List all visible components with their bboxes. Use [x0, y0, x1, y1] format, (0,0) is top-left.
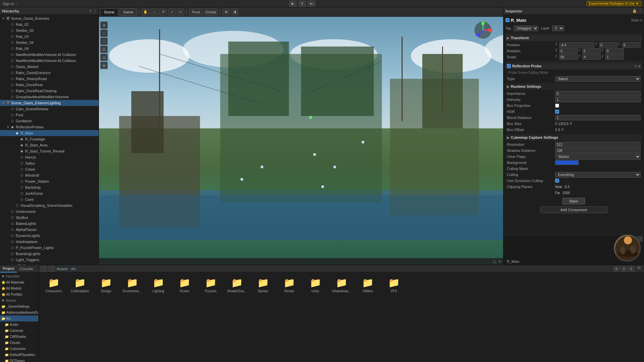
assets-tree-item-7[interactable]: 📁Cutscenes [0, 346, 38, 352]
bake-button[interactable]: Bake [562, 198, 585, 204]
sign-in-link[interactable]: Sign in [3, 2, 14, 6]
hierarchy-item-22[interactable]: ◉R_Start_Tunnel_Reveal [0, 148, 99, 154]
breadcrumb-art[interactable]: Art [71, 267, 76, 271]
scene-ctrl-btn-4[interactable]: ⊡ [100, 46, 108, 53]
layer-dropdown[interactable]: 0 [552, 25, 564, 31]
rotation-z-input[interactable] [605, 48, 624, 54]
hierarchy-item-26[interactable]: ⬡Windmill [0, 172, 99, 178]
favorites-item-2[interactable]: ⭐All Prefabs [0, 291, 38, 297]
global-btn[interactable]: Global [204, 9, 217, 15]
asset-folder-0[interactable]: 📁 Characters [42, 276, 65, 293]
use-occlusion-checkbox[interactable] [555, 179, 559, 183]
background-color[interactable] [555, 160, 579, 165]
cubemap-settings-header[interactable]: ▶ Cubemap Capture Settings [505, 134, 642, 141]
asset-folder-9[interactable]: 📁 Terrain [277, 276, 301, 293]
hierarchy-item-33[interactable]: ⬡SkyBox [0, 215, 99, 221]
type-dropdown[interactable]: Baked [555, 76, 641, 82]
inspector-active-checkbox[interactable] [505, 18, 509, 22]
reflection-probe-header[interactable]: Reflection Probe ✎ ⊕ [505, 63, 642, 69]
asset-folder-7[interactable]: 📁 ShaderGra... [225, 276, 249, 293]
pivot-btn[interactable]: Pivot [189, 9, 203, 15]
hierarchy-item-32[interactable]: ⬡Underscene [0, 208, 99, 215]
move-tool-btn[interactable]: ↔ [151, 9, 158, 15]
assets-tree-item-6[interactable]: 📁Clouds [0, 340, 38, 346]
clear-flags-dropdown[interactable]: Skybox [555, 154, 641, 160]
hierarchy-add-btn[interactable]: + [90, 9, 92, 13]
asset-folder-4[interactable]: 📁 Lighting [147, 276, 170, 293]
pause-button[interactable]: ⏸ [299, 1, 306, 7]
hierarchy-item-40[interactable]: ⬡Light_Triggers [0, 257, 99, 263]
game-tab[interactable]: Game [119, 8, 137, 16]
play-button[interactable]: ▶ [289, 1, 297, 7]
rotation-x-input[interactable] [559, 48, 578, 54]
tag-dropdown[interactable]: Untagged [514, 25, 538, 31]
hand-tool-btn[interactable]: ✋ [142, 9, 149, 15]
scene-ctrl-btn-2[interactable]: ↕ [100, 29, 108, 37]
experimental-badge[interactable]: Experimental Packages In Use ▼ [587, 1, 641, 6]
hierarchy-item-29[interactable]: ⬡JunkDump [0, 190, 99, 196]
inspector-lock-btn[interactable]: 🔒 [632, 9, 637, 13]
reflection-probe-checkbox[interactable] [507, 64, 511, 68]
hierarchy-item-13[interactable]: ⬡GroupNavMeshModifierVolumes [0, 94, 99, 100]
rotation-y-input[interactable] [582, 48, 601, 54]
asset-folder-5[interactable]: 📁 Ocean [173, 276, 196, 293]
asset-back-btn[interactable]: ← [41, 266, 47, 272]
assets-tree-item-9[interactable]: 📁DOTween [0, 358, 38, 362]
culling-dropdown[interactable]: Everything [555, 172, 641, 178]
favorites-item-1[interactable]: ⭐All Models [0, 285, 38, 291]
asset-folder-1[interactable]: 📁 Collectables [68, 276, 92, 293]
scene-ctrl-btn-3[interactable]: ↔ [100, 38, 108, 45]
assets-header[interactable]: ▼ Assets [0, 297, 38, 303]
importance-input[interactable] [555, 91, 641, 96]
hierarchy-item-34[interactable]: ⬡BakedLights [0, 221, 99, 227]
hierarchy-item-19[interactable]: ◉R_Main [0, 130, 99, 136]
runtime-settings-header[interactable]: ▶ Runtime Settings [505, 83, 642, 90]
hdr-checkbox[interactable] [555, 110, 559, 114]
hierarchy-item-28[interactable]: ⬡Backdrop [0, 184, 99, 190]
asset-folder-8[interactable]: 📁 Sprites [251, 276, 275, 293]
box-projection-checkbox[interactable] [555, 104, 559, 108]
assets-tree-item-3[interactable]: 📁Audio [0, 321, 38, 327]
transform-section-header[interactable]: ▶ Transform [505, 35, 642, 41]
scene-bottom-icon-2[interactable]: ⟳ [498, 260, 501, 263]
hierarchy-item-21[interactable]: ◉R_Start_Area [0, 142, 99, 148]
hierarchy-item-39[interactable]: ⬡BoardingLights [0, 251, 99, 257]
position-z-input[interactable] [622, 42, 641, 48]
scale-z-input[interactable] [605, 54, 624, 60]
hierarchy-item-5[interactable]: ⬡Rab_04 [0, 46, 99, 52]
assets-tree-item-5[interactable]: 📁CliffShader [0, 334, 38, 340]
hierarchy-item-0[interactable]: ▼🎬Scene_Oasis_Enemies [0, 15, 99, 21]
hierarchy-menu-btn[interactable]: ⋮ [93, 9, 97, 13]
hierarchy-item-24[interactable]: ⬡Sallys [0, 160, 99, 166]
scene-ctrl-btn-6[interactable]: ⊞ [100, 62, 108, 69]
assets-tree-item-0[interactable]: 📁_GameSettings [0, 303, 38, 309]
asset-settings-btn[interactable]: ⚙ [628, 266, 634, 272]
hierarchy-item-36[interactable]: ⬡DynamicLights [0, 233, 99, 239]
scene-bottom-icon-1[interactable]: ◫ [493, 260, 496, 263]
scale-tool-btn[interactable]: ⤢ [168, 9, 175, 15]
hierarchy-item-35[interactable]: ⬡AlphaPlanes [0, 227, 99, 233]
hierarchy-item-27[interactable]: ⬡Power_Station [0, 178, 99, 184]
hierarchy-item-38[interactable]: ⬡P_PuzzlePower_Lights [0, 245, 99, 251]
asset-folder-11[interactable]: 📁 UrbanAsse... [330, 276, 353, 293]
hierarchy-item-37[interactable]: ⬡shadowplane [0, 239, 99, 245]
assets-tree-item-1[interactable]: 📁AddressableAssetsData [0, 309, 38, 315]
rect-tool-btn[interactable]: ▭ [177, 9, 184, 15]
hierarchy-item-30[interactable]: ⬡Cave [0, 196, 99, 202]
asset-folder-13[interactable]: 📁 VFX [382, 276, 406, 293]
scale-y-input[interactable] [582, 54, 601, 60]
hierarchy-item-12[interactable]: ⬡Rabs_DockRearClearing [0, 88, 99, 94]
hierarchy-item-1[interactable]: ⬡Rab_02 [0, 21, 99, 27]
view-options-btn[interactable]: ⊞ [222, 9, 230, 15]
asset-folder-12[interactable]: 📁 Utilities [356, 276, 379, 293]
scene-ctrl-btn-1[interactable]: ⊕ [100, 21, 108, 29]
hierarchy-item-17[interactable]: ⬡GenMesh [0, 118, 99, 124]
hierarchy-item-25[interactable]: ⬡Crane [0, 166, 99, 172]
favorites-header[interactable]: ▼ Favorites [0, 273, 38, 279]
rotate-tool-btn[interactable]: ↺ [159, 9, 167, 15]
hierarchy-item-20[interactable]: ◉R_Fuselage [0, 136, 99, 142]
hierarchy-item-6[interactable]: ⬡NavMeshModifierVolume AI Collision [0, 52, 99, 58]
asset-folder-3[interactable]: 📁 Environme... [120, 276, 144, 293]
hierarchy-item-3[interactable]: ⬡Rab_03 [0, 34, 99, 40]
add-component-button[interactable]: Add Component [540, 206, 607, 213]
